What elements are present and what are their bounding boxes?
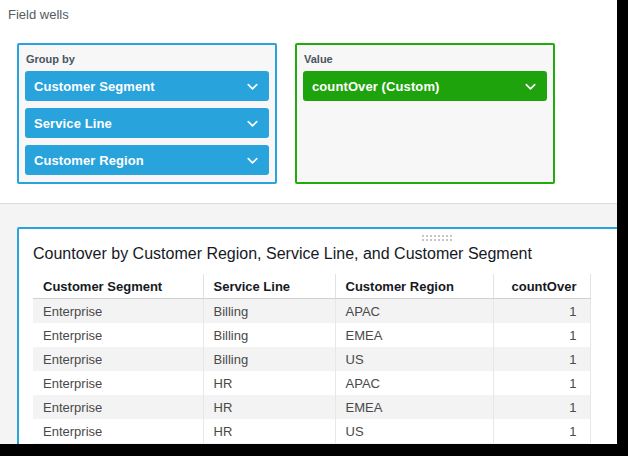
group-by-label: Group by: [26, 53, 269, 66]
table-cell: Billing: [203, 323, 335, 347]
visual-title: Countover by Customer Region, Service Li…: [33, 245, 532, 263]
table-cell: 1: [493, 323, 590, 347]
table-cell: APAC: [335, 371, 493, 395]
chevron-down-icon[interactable]: [245, 153, 260, 168]
table-cell: 1: [493, 299, 590, 324]
table-row: EnterpriseHRUS1: [33, 419, 590, 443]
column-header-customer-region[interactable]: Customer Region: [335, 274, 493, 299]
table-cell: 1: [493, 347, 590, 371]
table-cell: Enterprise: [33, 371, 203, 395]
group-by-field-well: Group by Customer Segment Service Line C…: [17, 43, 277, 184]
column-header-customer-segment[interactable]: Customer Segment: [33, 274, 203, 299]
chevron-down-icon[interactable]: [245, 79, 260, 94]
table-cell: 1: [493, 371, 590, 395]
chevron-down-icon[interactable]: [245, 116, 260, 131]
field-pill-label: Service Line: [34, 116, 112, 131]
field-pill-service-line[interactable]: Service Line: [25, 108, 269, 138]
table-cell: Billing: [203, 299, 335, 324]
table-cell: Enterprise: [33, 299, 203, 324]
value-field-well: Value countOver (Custom): [295, 43, 555, 184]
table-cell: Enterprise: [33, 395, 203, 419]
field-pill-countover[interactable]: countOver (Custom): [303, 71, 547, 101]
page-title: Field wells: [8, 7, 69, 22]
table-row: EnterpriseBillingUS1: [33, 347, 590, 371]
app-window: Field wells Group by Customer Segment Se…: [0, 0, 617, 444]
column-header-countover[interactable]: countOver: [493, 274, 590, 299]
table-cell: EMEA: [335, 395, 493, 419]
table-cell: HR: [203, 395, 335, 419]
table-row: EnterpriseHREMEA1: [33, 395, 590, 419]
table-cell: US: [335, 419, 493, 443]
table-row: EnterpriseBillingEMEA1: [33, 323, 590, 347]
field-pill-label: Customer Region: [34, 153, 144, 168]
table-cell: EMEA: [335, 323, 493, 347]
data-table: Customer Segment Service Line Customer R…: [33, 274, 590, 444]
table-row-partial: [33, 443, 590, 444]
field-pill-label: countOver (Custom): [312, 79, 439, 94]
table-cell: US: [335, 347, 493, 371]
table-cell: Enterprise: [33, 419, 203, 443]
field-pill-label: Customer Segment: [34, 79, 155, 94]
table-row: EnterpriseBillingAPAC1: [33, 299, 590, 324]
table-cell: Billing: [203, 347, 335, 371]
table-header-row: Customer Segment Service Line Customer R…: [33, 274, 590, 299]
table-cell: Enterprise: [33, 323, 203, 347]
field-pill-customer-region[interactable]: Customer Region: [25, 145, 269, 175]
table-cell: HR: [203, 419, 335, 443]
table-cell: 1: [493, 395, 590, 419]
column-header-service-line[interactable]: Service Line: [203, 274, 335, 299]
table-body: EnterpriseBillingAPAC1EnterpriseBillingE…: [33, 299, 590, 444]
table-cell: Enterprise: [33, 347, 203, 371]
chevron-down-icon[interactable]: [523, 79, 538, 94]
value-label: Value: [304, 53, 547, 66]
sheet-area: Countover by Customer Region, Service Li…: [0, 203, 617, 444]
table-cell: HR: [203, 371, 335, 395]
field-pill-customer-segment[interactable]: Customer Segment: [25, 71, 269, 101]
table-visual[interactable]: Countover by Customer Region, Service Li…: [17, 227, 617, 444]
table-cell: APAC: [335, 299, 493, 324]
table-cell: 1: [493, 419, 590, 443]
drag-handle-icon[interactable]: [422, 235, 452, 243]
table-row: EnterpriseHRAPAC1: [33, 371, 590, 395]
